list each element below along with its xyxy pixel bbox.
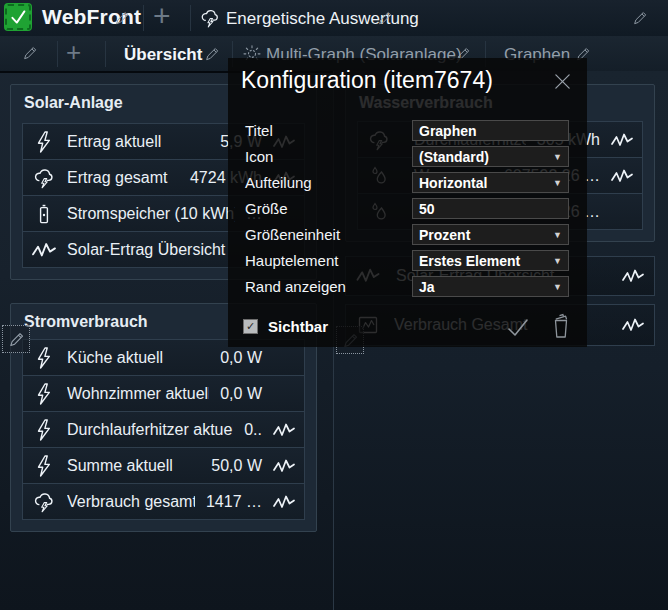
check-stamp-icon[interactable]: [4, 3, 32, 31]
field-control[interactable]: Graphen ▼: [412, 120, 569, 141]
close-icon[interactable]: [553, 72, 572, 91]
field-label: Hauptelement: [245, 252, 412, 269]
field-row: Icon (Standard) ▼: [245, 146, 569, 167]
chart-icon[interactable]: [611, 131, 633, 149]
trash-icon[interactable]: [549, 311, 573, 341]
list-item[interactable]: Wohnzimmer aktuell 0,0 W: [22, 375, 305, 412]
storm-cloud-icon: [199, 7, 221, 29]
wave-icon: [32, 238, 56, 262]
tab-uebersicht[interactable]: Übersicht: [124, 45, 202, 65]
chart-icon[interactable]: [622, 316, 644, 334]
visible-checkbox-row: ✓ Sichtbar: [243, 318, 328, 335]
item-label: Ertrag aktuell: [67, 133, 209, 151]
bolt-icon: [32, 346, 56, 370]
bolt-icon: [32, 382, 56, 406]
field-control[interactable]: Horizontal ▼: [412, 172, 569, 193]
field-control[interactable]: Ja ▼: [412, 276, 569, 297]
edit-tab-pencil-icon[interactable]: [204, 46, 220, 62]
list-item[interactable]: Summe aktuell 50,0 W: [22, 447, 305, 484]
field-control[interactable]: Prozent ▼: [412, 224, 569, 245]
divider: [190, 5, 191, 31]
field-value: (Standard): [419, 149, 489, 165]
confirm-check-icon[interactable]: [504, 314, 532, 342]
field-control[interactable]: Erstes Element ▼: [412, 250, 569, 271]
chevron-down-icon: ▼: [553, 152, 562, 162]
pencil-icon: [8, 331, 25, 348]
battery-icon: [32, 202, 56, 226]
edit-bar-pencil-icon[interactable]: [632, 10, 648, 26]
field-row: Aufteilung Horizontal ▼: [245, 172, 569, 193]
app-titlebar: WebFront + Energetische Auswertung: [0, 0, 668, 37]
edit-view-pencil-icon[interactable]: [377, 10, 393, 26]
field-value: Horizontal: [419, 175, 487, 191]
item-label: Verbrauch gesamt: [67, 493, 195, 511]
strom-rows: Küche aktuell 0,0 W Wohnzimmer aktuell 0…: [22, 339, 305, 520]
field-value: 50: [419, 201, 435, 217]
item-value: 0..: [244, 421, 262, 439]
chart-icon[interactable]: [273, 493, 295, 511]
add-page-button[interactable]: +: [66, 37, 81, 68]
chart-icon[interactable]: [273, 457, 295, 475]
storm-icon: [32, 166, 56, 190]
field-row: Rand anzeigen Ja ▼: [245, 276, 569, 297]
add-view-button[interactable]: +: [153, 0, 171, 33]
edit-app-title-pencil-icon[interactable]: [114, 10, 130, 26]
divider: [57, 41, 58, 67]
field-row: Größeneinheit Prozent ▼: [245, 224, 569, 245]
field-label: Größeneinheit: [245, 226, 412, 243]
field-row: Größe 50 ▼: [245, 198, 569, 219]
field-label: Rand anzeigen: [245, 278, 412, 295]
field-control[interactable]: 50 ▼: [412, 198, 569, 219]
item-label: Stromspeicher (10 kWh): [67, 205, 235, 223]
item-label: Wohnzimmer aktuell: [67, 385, 209, 403]
chart-icon[interactable]: [611, 167, 633, 185]
item-value: 0,0 W: [220, 349, 262, 367]
field-row: Hauptelement Erstes Element ▼: [245, 250, 569, 271]
dialog-title: Konfiguration (item7674): [241, 67, 493, 94]
item-label: Durchlauferhitzer aktuell: [67, 421, 233, 439]
config-fields: Titel Graphen ▼ Icon (Standard) ▼ Auftei…: [245, 120, 569, 302]
bolt-icon: [32, 454, 56, 478]
item-label: Summe aktuell: [67, 457, 200, 475]
field-label: Aufteilung: [245, 174, 412, 191]
chart-icon[interactable]: [273, 421, 295, 439]
storm-icon: [32, 490, 56, 514]
field-label: Icon: [245, 148, 412, 165]
item-label: Küche aktuell: [67, 349, 209, 367]
item-label: Solar-Ertrag Übersicht: [67, 241, 251, 259]
config-dialog: Konfiguration (item7674) Titel Graphen ▼…: [228, 58, 587, 347]
edit-tabbar-pencil-icon[interactable]: [22, 45, 38, 61]
list-item[interactable]: Verbrauch gesamt 1417 …: [22, 483, 305, 520]
chevron-down-icon: ▼: [553, 230, 562, 240]
item-value: 50,0 W: [211, 457, 262, 475]
sichtbar-checkbox[interactable]: ✓: [243, 319, 258, 334]
bolt-icon: [32, 130, 56, 154]
field-value: Prozent: [419, 227, 470, 243]
chevron-down-icon: ▼: [553, 178, 562, 188]
chevron-down-icon: ▼: [553, 282, 562, 292]
field-label: Titel: [245, 122, 412, 139]
field-label: Größe: [245, 200, 412, 217]
field-value: Graphen: [419, 123, 477, 139]
bolt-icon: [32, 418, 56, 442]
field-control[interactable]: (Standard) ▼: [412, 146, 569, 167]
item-value: 0,0 W: [220, 385, 262, 403]
edit-handle-left[interactable]: [2, 325, 30, 353]
divider: [105, 41, 106, 67]
list-item[interactable]: Durchlauferhitzer aktuell 0..: [22, 411, 305, 448]
field-row: Titel Graphen ▼: [245, 120, 569, 141]
chevron-down-icon: ▼: [553, 256, 562, 266]
field-value: Ja: [419, 279, 435, 295]
chart-icon[interactable]: [622, 267, 644, 285]
item-label: Ertrag gesamt: [67, 169, 179, 187]
divider: [143, 5, 144, 31]
sichtbar-label: Sichtbar: [268, 318, 328, 335]
item-value: 1417 …: [206, 493, 262, 511]
field-value: Erstes Element: [419, 253, 520, 269]
